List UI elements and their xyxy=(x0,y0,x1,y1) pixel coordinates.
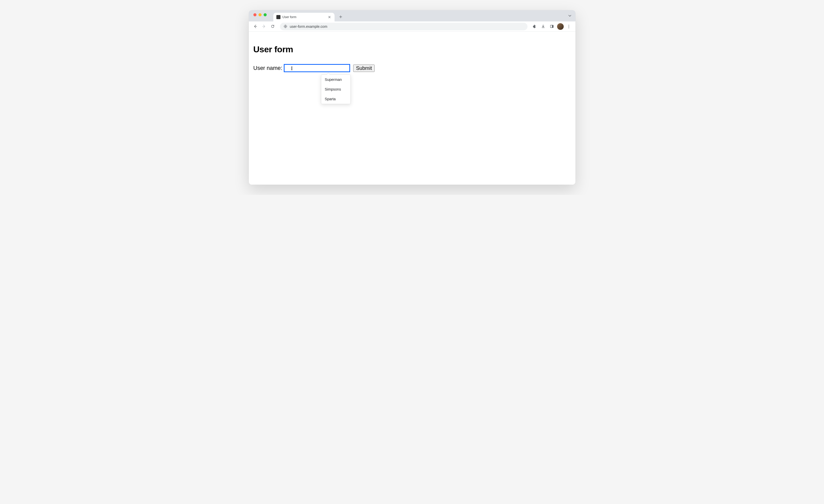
tab-favicon xyxy=(276,15,281,19)
window-maximize-button[interactable] xyxy=(264,13,267,16)
profile-avatar-button[interactable] xyxy=(557,23,564,30)
autocomplete-option[interactable]: Sparta xyxy=(321,94,350,104)
autocomplete-option[interactable]: Simpsons xyxy=(321,85,350,94)
autocomplete-dropdown: Superman Simpsons Sparta xyxy=(321,75,350,104)
browser-toolbar: user-form.example.com xyxy=(249,21,576,32)
submit-button[interactable]: Submit xyxy=(353,65,375,72)
page-heading: User form xyxy=(253,44,571,54)
reload-button[interactable] xyxy=(269,23,276,30)
browser-menu-button[interactable] xyxy=(565,24,573,29)
svg-point-5 xyxy=(568,27,569,28)
site-info-icon[interactable] xyxy=(284,24,287,28)
back-button[interactable] xyxy=(252,23,259,30)
url-text: user-form.example.com xyxy=(290,24,327,28)
tabs-dropdown-button[interactable] xyxy=(568,13,572,18)
browser-tab[interactable]: User form xyxy=(273,13,334,21)
tab-close-button[interactable] xyxy=(327,15,331,19)
tab-title: User form xyxy=(283,15,325,19)
browser-window: User form user-form.exam xyxy=(249,10,576,185)
svg-point-4 xyxy=(568,26,569,27)
page-content: User form User name: I Submit Superman S… xyxy=(249,32,576,185)
svg-rect-2 xyxy=(552,25,553,28)
tab-bar: User form xyxy=(249,10,576,21)
address-bar[interactable]: user-form.example.com xyxy=(280,23,527,30)
window-minimize-button[interactable] xyxy=(259,13,262,16)
window-close-button[interactable] xyxy=(253,13,256,16)
extensions-button[interactable] xyxy=(531,23,538,30)
window-controls xyxy=(252,10,269,21)
autocomplete-option[interactable]: Superman xyxy=(321,75,350,85)
downloads-button[interactable] xyxy=(540,23,547,30)
user-form: User name: I Submit xyxy=(253,64,571,72)
svg-point-3 xyxy=(568,25,569,25)
side-panel-button[interactable] xyxy=(548,23,555,30)
username-label: User name: xyxy=(253,65,283,72)
username-input[interactable] xyxy=(284,64,350,72)
forward-button[interactable] xyxy=(261,23,268,30)
new-tab-button[interactable] xyxy=(337,13,344,20)
